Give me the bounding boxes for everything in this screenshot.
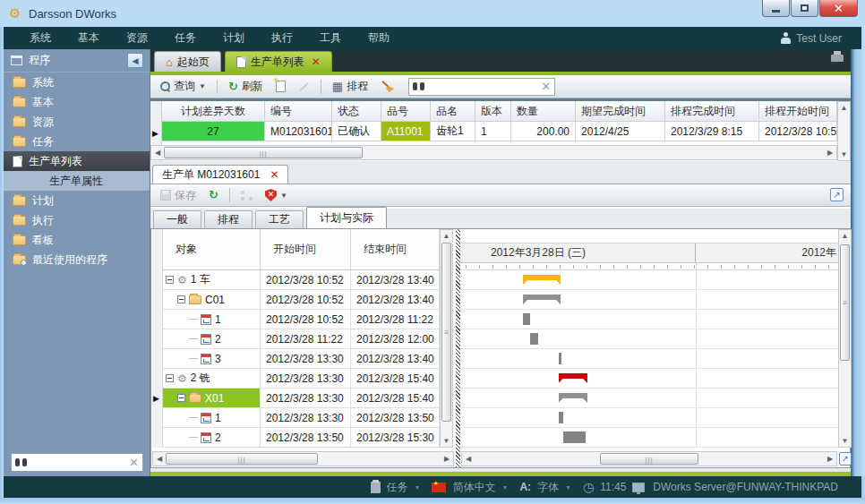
scroll-left-icon[interactable]: ◀ [151,149,164,157]
expand-gantt-icon[interactable]: ↗ [839,452,852,466]
grid-vertical-scrollbar[interactable]: ▲ ▼ [837,101,851,161]
tree-row[interactable]: 22012/3/28 11:222012/3/28 12:00 [163,329,440,349]
reload-button[interactable]: ↻ [204,188,223,202]
tree-row[interactable]: 12012/3/28 10:522012/3/28 11:22 [163,310,440,329]
sidebar-item-生产单列表[interactable]: 生产单列表 [4,151,150,171]
sidebar-item-任务[interactable]: 任务 [4,132,150,151]
tree-expander-icon[interactable] [177,295,185,303]
schedule-button[interactable]: ▦ 排程 [328,77,373,96]
gantt-vertical-scrollbar[interactable]: ▲ ≡ ▼ [838,229,852,448]
column-header[interactable]: 编号 [265,101,332,122]
scroll-right-icon[interactable]: ▶ [824,455,836,463]
tree-row[interactable]: 32012/3/28 13:302012/3/28 13:40 [163,349,440,369]
scroll-down-icon[interactable]: ▼ [441,437,452,445]
chevron-down-icon[interactable]: ▼ [199,82,206,90]
scroll-down-icon[interactable]: ▼ [838,150,850,158]
tree-row[interactable]: ⚙1 车2012/3/28 10:522012/3/28 13:40 [163,270,440,290]
column-header-object[interactable]: 对象 [163,229,261,270]
clean-button[interactable] [376,79,399,95]
column-header[interactable]: 期望完成时间 [576,101,665,122]
chevron-down-icon[interactable]: ▼ [565,484,571,491]
grid-horizontal-scrollbar[interactable]: ◀ ||| ▶ [150,145,837,160]
scroll-up-icon[interactable]: ▲ [441,232,452,240]
scrollbar-thumb[interactable]: ≡ [840,244,850,361]
scrollbar-thumb[interactable]: ||| [164,147,363,158]
sidebar-item-基本[interactable]: 基本 [4,92,150,112]
tab-排程[interactable]: 排程 [204,210,253,228]
status-language[interactable]: 简体中文 [452,480,495,495]
refresh-button[interactable]: ↻ 刷新 [224,77,268,96]
grid-filter-input[interactable] [428,81,541,92]
scroll-left-icon[interactable]: ◀ [153,455,166,463]
tree-expander-icon[interactable] [166,276,174,284]
scroll-left-icon[interactable]: ◀ [462,455,475,463]
tree-horizontal-scrollbar[interactable]: ◀ ||| ▶ [152,451,454,466]
sidebar-item-执行[interactable]: 执行 [4,210,150,230]
gantt-horizontal-scrollbar[interactable]: ◀ ||| ▶ [461,451,837,466]
tree-expander-icon[interactable] [166,374,174,382]
query-button[interactable]: 查询 ▼ [156,77,210,96]
scroll-down-icon[interactable]: ▼ [839,437,851,445]
edit-button[interactable] [294,84,314,90]
menu-item-基本[interactable]: 基本 [64,30,113,46]
close-button[interactable]: ✕ [819,0,858,17]
sidebar-item-资源[interactable]: 资源 [4,112,150,132]
column-header[interactable]: 状态 [332,101,381,122]
sidebar-item-生产单属性[interactable]: 生产单属性 [4,171,150,191]
sidebar-collapse-button[interactable]: ◀ [127,53,143,68]
close-tab-icon[interactable]: ✕ [312,56,321,68]
close-order-tab-icon[interactable]: ✕ [270,168,278,181]
printer-icon[interactable] [831,55,844,62]
sidebar-item-计划[interactable]: 计划 [4,191,150,210]
scrollbar-thumb[interactable]: ||| [600,453,698,465]
menu-item-计划[interactable]: 计划 [210,30,258,46]
scrollbar-thumb[interactable]: ≡ [441,243,451,422]
chevron-down-icon[interactable]: ▼ [280,192,287,200]
menu-item-任务[interactable]: 任务 [161,30,210,46]
scroll-up-icon[interactable]: ▲ [839,232,851,240]
scroll-right-icon[interactable]: ▶ [441,455,453,463]
column-header[interactable]: 计划差异天数 [162,101,265,122]
tab-production-list[interactable]: 生产单列表 ✕ [225,51,332,72]
sidebar-item-最近使用的程序[interactable]: 最近使用的程序 [4,250,150,269]
chevron-down-icon[interactable]: ▼ [415,484,421,491]
menu-item-资源[interactable]: 资源 [113,30,161,46]
menu-item-帮助[interactable]: 帮助 [355,30,403,46]
tree-row[interactable]: C012012/3/28 10:522012/3/28 13:40 [163,290,440,310]
grid-data-row[interactable]: 27M012031601已确认A11001齿轮11200.002012/4/25… [162,122,837,141]
save-button[interactable]: 保存 [156,186,201,205]
cancel-confirm-button[interactable]: ✕ ▼ [261,187,292,203]
column-header[interactable]: 数量 [511,101,576,122]
gantt-bar-task[interactable] [559,353,561,364]
scroll-right-icon[interactable]: ▶ [824,149,836,157]
column-header[interactable]: 品名 [431,101,475,122]
trace-button[interactable] [236,189,257,202]
tab-一般[interactable]: 一般 [153,210,201,228]
gantt-bar-task[interactable] [563,431,586,443]
column-header[interactable]: 品号 [381,101,431,122]
tree-expander-icon[interactable] [177,394,185,402]
gantt-bar-task[interactable] [559,412,563,423]
tree-row[interactable]: 22012/3/28 13:502012/3/28 15:30 [163,428,440,448]
chevron-down-icon[interactable]: ▼ [501,484,508,491]
tree-row[interactable]: 12012/3/28 13:302012/3/28 13:50 [163,408,440,428]
maximize-button[interactable] [791,0,818,17]
status-task[interactable]: 任务 [387,480,408,495]
gantt-bar-task[interactable] [530,333,539,345]
menu-item-系统[interactable]: 系统 [16,30,64,46]
menu-item-工具[interactable]: 工具 [306,30,355,46]
tab-计划与实际[interactable]: 计划与实际 [306,207,387,228]
sidebar-search-input[interactable] [30,457,129,468]
column-header[interactable]: 排程开始时间 [759,101,837,122]
tab-home[interactable]: ⌂ 起始页 [154,51,221,72]
new-button[interactable] [271,79,290,94]
minimize-button[interactable] [762,0,790,17]
tree-row[interactable]: ⚙2 铣2012/3/28 13:302012/3/28 15:40 [163,369,440,389]
sidebar-item-看板[interactable]: 看板 [4,230,150,250]
gantt-bar-task[interactable] [523,313,530,325]
open-external-icon[interactable]: ↗ [830,188,844,201]
tree-row[interactable]: X012012/3/28 13:302012/3/28 15:40 [163,389,440,408]
column-header[interactable]: 排程完成时间 [665,101,759,122]
scrollbar-thumb[interactable]: ||| [166,453,318,465]
tab-工艺[interactable]: 工艺 [255,210,304,228]
